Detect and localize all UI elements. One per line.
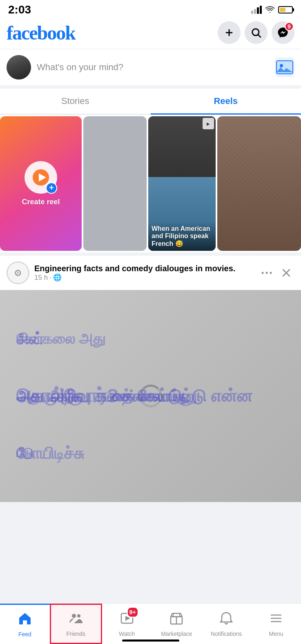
svg-point-15 (270, 272, 272, 274)
tab-reels[interactable]: Reels (151, 89, 301, 114)
nav-label-friends: Friends (66, 631, 85, 637)
tab-stories[interactable]: Stories (0, 89, 151, 114)
nav-item-marketplace[interactable]: Marketplace (152, 604, 201, 644)
home-icon (18, 611, 32, 629)
nav-item-watch[interactable]: 9+ Watch (102, 604, 152, 644)
svg-point-19 (77, 614, 80, 617)
search-button[interactable] (245, 21, 268, 44)
svg-line-3 (258, 35, 261, 37)
nav-label-menu: Menu (269, 631, 283, 637)
svg-point-14 (266, 272, 268, 274)
svg-point-2 (252, 29, 259, 35)
reel-card-video[interactable]: ▶ When an American and Filipino speak Fr… (148, 116, 216, 251)
notification-icon (219, 611, 234, 629)
nav-label-watch: Watch (119, 631, 135, 637)
dot-separator: · (49, 274, 51, 282)
post-avatar: ⚙ (7, 261, 29, 284)
post-page-name: Engineering facts and comedy dialouges i… (34, 264, 254, 273)
tamil-text-4: அவருக்கு (16, 385, 82, 407)
svg-point-13 (262, 272, 264, 274)
tabs: Stories Reels (0, 89, 301, 115)
create-reel-label: Create reel (22, 198, 60, 206)
nav-item-notifications[interactable]: Notifications (201, 604, 251, 644)
svg-text:⚙: ⚙ (14, 268, 22, 278)
marketplace-icon (169, 611, 184, 629)
post-meta: 15 h · 🌐 (34, 273, 254, 282)
header: facebook 9 (0, 18, 301, 49)
post-time: 15 h (34, 274, 48, 282)
add-button[interactable] (218, 21, 241, 44)
friends-icon (69, 611, 83, 629)
phone-home-bar (122, 640, 179, 642)
nav-item-feed[interactable]: Feed (0, 604, 50, 644)
tamil-text-5: போயிடிச்சு (16, 443, 84, 464)
post-image[interactable]: அறிவு கதை கேட்டுட்டு என்ன சொல்வோர்? கேட்… (0, 290, 301, 502)
post-actions (259, 265, 294, 281)
nav-item-menu[interactable]: Menu (251, 604, 301, 644)
create-reel-card[interactable]: + Create reel (0, 116, 82, 251)
nav-label-feed: Feed (18, 631, 31, 637)
header-icons: 9 (218, 21, 294, 44)
close-post-button[interactable] (278, 265, 294, 281)
user-avatar (7, 55, 31, 80)
reels-row: + Create reel ▶ When an American and Fil… (0, 115, 301, 256)
post-box[interactable]: What's on your mind? (0, 49, 301, 89)
post-header: ⚙ Engineering facts and comedy dialouges… (0, 256, 301, 290)
photo-icon[interactable] (275, 58, 294, 77)
reel-overlay-text: When an American and Filipino speak Fren… (148, 222, 216, 251)
create-reel-icon: + (25, 161, 57, 194)
facebook-logo: facebook (7, 22, 75, 44)
battery-icon (278, 6, 293, 13)
loading-spinner (139, 385, 162, 407)
post-input[interactable]: What's on your mind? (37, 62, 269, 73)
status-time: 2:03 (8, 3, 31, 16)
svg-point-7 (280, 64, 283, 67)
globe-icon: 🌐 (53, 273, 62, 282)
reel-card-blank[interactable] (83, 116, 147, 251)
svg-point-18 (72, 614, 76, 618)
create-reel-plus-icon: + (46, 182, 57, 194)
nav-item-friends[interactable]: Friends (50, 604, 102, 644)
tamil-text-7: சின் (16, 328, 44, 350)
messenger-badge: 9 (285, 22, 294, 31)
menu-icon (269, 611, 283, 629)
signal-icon (251, 6, 262, 14)
post-info: Engineering facts and comedy dialouges i… (34, 264, 254, 282)
bottom-nav: Feed Friends 9+ Watch (0, 603, 301, 644)
post-card: ⚙ Engineering facts and comedy dialouges… (0, 256, 301, 502)
wifi-icon (265, 5, 275, 15)
status-bar: 2:03 (0, 0, 301, 18)
watch-badge: 9+ (127, 607, 138, 617)
messenger-button[interactable]: 9 (272, 21, 294, 44)
more-options-button[interactable] (259, 265, 275, 281)
reel-card-tattoo[interactable] (217, 116, 301, 251)
status-icons (251, 5, 293, 15)
nav-label-marketplace: Marketplace (161, 631, 192, 637)
nav-label-notifications: Notifications (211, 631, 242, 637)
